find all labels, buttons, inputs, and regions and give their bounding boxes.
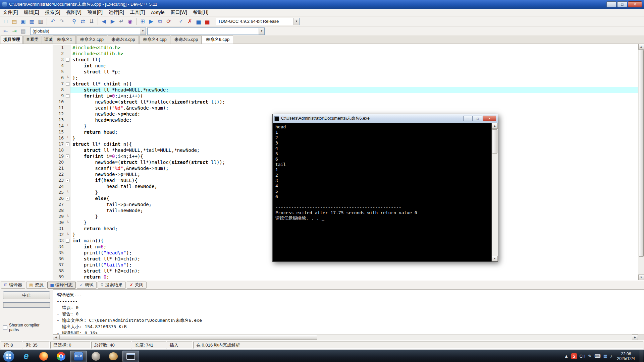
menu-item[interactable]: 项目[P] bbox=[85, 9, 106, 16]
chevron-up-icon[interactable]: ▲ bbox=[564, 354, 569, 359]
code-line[interactable]: 37 printf("tail\n"); bbox=[53, 262, 638, 268]
file-tab[interactable]: 未命名6.cpp bbox=[202, 35, 233, 44]
paint-taskbar-icon[interactable] bbox=[105, 351, 122, 362]
ime-grid-icon[interactable]: ▦ bbox=[603, 354, 607, 359]
chevron-down-icon[interactable]: ▼ bbox=[140, 28, 146, 35]
bottom-tab[interactable]: ✗关闭 bbox=[127, 282, 147, 289]
menu-item[interactable]: 窗口[W] bbox=[168, 9, 190, 16]
scroll-track[interactable] bbox=[638, 50, 644, 275]
devcpp-taskbar-icon[interactable]: DEV bbox=[70, 351, 87, 362]
code-line[interactable]: 11 scanf("%d",&newNode->num); bbox=[53, 105, 638, 111]
scroll-left-arrow[interactable]: ◀ bbox=[53, 335, 59, 340]
bookmark-button[interactable]: ◉ bbox=[126, 17, 135, 26]
scroll-track[interactable] bbox=[492, 129, 498, 256]
code-line[interactable]: 8 struct ll *head=NULL,*newNode; bbox=[53, 87, 638, 93]
goto-line-button[interactable]: ↵ bbox=[117, 17, 126, 26]
close-button[interactable]: ✕ bbox=[628, 1, 642, 7]
code-line[interactable]: 5 struct ll *p; bbox=[53, 69, 638, 75]
bottom-tab[interactable]: ▤资源 bbox=[26, 282, 46, 289]
syntax-check-button[interactable]: ✓ bbox=[177, 17, 185, 26]
taskbar-clock[interactable]: 22:06 2025/12/4 bbox=[615, 352, 637, 361]
globals-select[interactable]: (globals) ▼ bbox=[30, 27, 146, 35]
scroll-thumb[interactable] bbox=[639, 50, 644, 257]
start-button[interactable] bbox=[3, 351, 14, 362]
file-tab[interactable]: 未命名5.cpp bbox=[171, 35, 202, 44]
shorten-paths-option[interactable]: Shorten compiler paths bbox=[3, 323, 50, 332]
language-indicator[interactable]: CH bbox=[580, 354, 585, 359]
fold-collapse-icon[interactable]: - bbox=[66, 179, 69, 182]
scroll-up-arrow[interactable]: ▲ bbox=[492, 123, 498, 129]
chrome-taskbar-icon[interactable] bbox=[53, 351, 69, 362]
horizontal-scrollbar[interactable]: ◀ ▶ bbox=[53, 334, 644, 340]
chevron-down-icon[interactable]: ▼ bbox=[293, 18, 299, 25]
replace-button[interactable]: ⇄ bbox=[78, 17, 87, 26]
console-scrollbar[interactable]: ▲ ▼ bbox=[491, 123, 498, 261]
scroll-down-arrow[interactable]: ▼ bbox=[638, 275, 644, 280]
redo-button[interactable]: ↷ bbox=[57, 17, 66, 26]
code-line[interactable]: 2#include<stdlib.h> bbox=[53, 51, 638, 57]
sogou-icon[interactable]: S bbox=[571, 353, 577, 359]
keyboard-icon[interactable]: ⌨ bbox=[594, 354, 601, 359]
bottom-tab[interactable]: ⊞编译器 bbox=[1, 282, 25, 289]
abort-compile-button[interactable]: ✗ bbox=[185, 17, 194, 26]
file-tab[interactable]: 未命名2.cpp bbox=[76, 35, 107, 44]
compiler-select[interactable]: TDM-GCC 4.9.2 64-bit Release ▼ bbox=[216, 18, 300, 25]
rebuild-all-button[interactable]: ⟳ bbox=[164, 17, 173, 26]
find-button[interactable]: ⚲ bbox=[70, 17, 78, 26]
bottom-tab[interactable]: ✓调试 bbox=[77, 282, 97, 289]
members-select[interactable]: ▼ bbox=[147, 27, 265, 35]
show-desktop-button[interactable] bbox=[640, 350, 643, 362]
minimize-button[interactable]: — bbox=[606, 1, 616, 7]
console-minimize-button[interactable]: — bbox=[463, 116, 473, 121]
menu-item[interactable]: 帮助[H] bbox=[190, 9, 212, 16]
left-panel-tab[interactable]: 查看类 bbox=[23, 36, 41, 44]
maximize-button[interactable]: □ bbox=[617, 1, 627, 7]
code-line[interactable]: 10 newNode=(struct ll*)malloc(sizeof(str… bbox=[53, 99, 638, 105]
code-line[interactable]: 4 int num; bbox=[53, 63, 638, 69]
menu-item[interactable]: 文件[F] bbox=[0, 9, 21, 16]
save-all-button[interactable]: ▦ bbox=[28, 17, 36, 26]
open-button[interactable]: ▤ bbox=[10, 17, 19, 26]
title-bar[interactable]: C:\Users\Administrator\Documents\未命名6.cp… bbox=[0, 0, 644, 9]
code-line[interactable]: 6└}; bbox=[53, 75, 638, 81]
toggle-header-button[interactable]: ▤ bbox=[19, 27, 28, 36]
print-button[interactable]: ▥ bbox=[36, 17, 45, 26]
jump-forward-button[interactable]: ⇥ bbox=[10, 27, 19, 36]
file-tab[interactable]: 未命名4.cpp bbox=[139, 35, 170, 44]
pen-icon[interactable]: ✎ bbox=[588, 354, 592, 359]
volume-icon[interactable]: ♪ bbox=[610, 354, 612, 359]
code-line[interactable]: 38 struct ll* h2=cd(n); bbox=[53, 268, 638, 274]
firefox-taskbar-icon[interactable] bbox=[35, 351, 52, 362]
fold-collapse-icon[interactable]: - bbox=[66, 82, 69, 86]
scroll-thumb[interactable] bbox=[59, 335, 317, 340]
compile-run-button[interactable]: ⧉ bbox=[156, 17, 164, 26]
fold-collapse-icon[interactable]: - bbox=[66, 155, 69, 158]
fold-collapse-icon[interactable]: - bbox=[66, 197, 69, 200]
chevron-down-icon[interactable]: ▼ bbox=[259, 28, 264, 35]
menu-item[interactable]: AStyle bbox=[148, 9, 167, 16]
find-next-button[interactable]: ⇊ bbox=[87, 17, 96, 26]
code-line[interactable]: 7-struct ll* ch(int n){ bbox=[53, 81, 638, 87]
menu-item[interactable]: 编辑[E] bbox=[21, 9, 42, 16]
profile-button[interactable]: ▅ bbox=[194, 17, 203, 26]
save-button[interactable]: ▣ bbox=[19, 17, 28, 26]
fold-collapse-icon[interactable]: - bbox=[66, 58, 69, 62]
menu-item[interactable]: 视图[V] bbox=[63, 9, 85, 16]
code-line[interactable]: 9- for(int i=0;i<n;i++){ bbox=[53, 93, 638, 99]
console-maximize-button[interactable]: □ bbox=[473, 116, 482, 121]
code-line[interactable]: 3-struct ll{ bbox=[53, 57, 638, 63]
scroll-right-arrow[interactable]: ▶ bbox=[632, 335, 638, 340]
profiling-delete-button[interactable]: ▅ bbox=[203, 17, 212, 26]
bottom-tab[interactable]: ⚲搜索结果 bbox=[98, 282, 126, 289]
bottom-tab[interactable]: ▅编译日志 bbox=[47, 282, 75, 289]
scroll-up-arrow[interactable]: ▲ bbox=[638, 44, 644, 50]
back-button[interactable]: ◀ bbox=[100, 17, 108, 26]
menu-item[interactable]: 工具[T] bbox=[127, 9, 148, 16]
editor-vertical-scrollbar[interactable]: ▲ ▼ bbox=[638, 44, 644, 280]
left-panel-tab[interactable]: 项目管理 bbox=[1, 36, 23, 44]
gimp-taskbar-icon[interactable] bbox=[88, 351, 104, 362]
file-tab[interactable]: 未命名3.cpp bbox=[108, 35, 139, 44]
compile-log[interactable]: 编译结果...--------- 错误: 0- 警告: 0- 输出文件名: C:… bbox=[53, 289, 644, 334]
scroll-track[interactable] bbox=[59, 335, 632, 340]
ie-taskbar-icon[interactable]: e bbox=[18, 351, 35, 362]
